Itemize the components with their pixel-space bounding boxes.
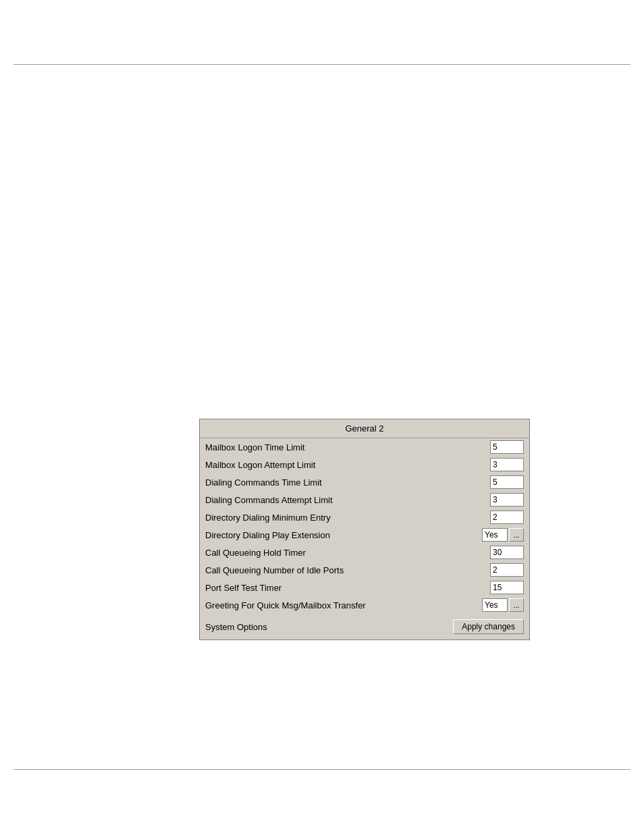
top-rule xyxy=(14,64,630,65)
input-directory-dialing-minimum-entry[interactable] xyxy=(490,511,524,524)
input-dialing-commands-time-limit[interactable] xyxy=(490,475,524,489)
label-dialing-commands-time-limit: Dialing Commands Time Limit xyxy=(205,477,490,488)
label-mailbox-logon-time-limit: Mailbox Logon Time Limit xyxy=(205,442,490,452)
input-call-queueing-hold-timer[interactable] xyxy=(490,546,524,559)
label-greeting-for-quick-msg: Greeting For Quick Msg/Mailbox Transfer xyxy=(205,600,482,610)
value-directory-dialing-play-extension: ... xyxy=(482,528,524,542)
row-call-queueing-number-of-idle-ports: Call Queueing Number of Idle Ports xyxy=(200,561,529,579)
row-call-queueing-hold-timer: Call Queueing Hold Timer xyxy=(200,544,529,561)
settings-panel: General 2 Mailbox Logon Time Limit Mailb… xyxy=(199,419,530,640)
row-directory-dialing-play-extension: Directory Dialing Play Extension ... xyxy=(200,526,529,544)
value-call-queueing-number-of-idle-ports xyxy=(490,563,524,577)
dots-button-greeting-for-quick-msg[interactable]: ... xyxy=(509,598,524,612)
row-directory-dialing-minimum-entry: Directory Dialing Minimum Entry xyxy=(200,509,529,526)
system-options-label: System Options xyxy=(205,622,453,632)
label-call-queueing-hold-timer: Call Queueing Hold Timer xyxy=(205,548,490,558)
input-greeting-for-quick-msg[interactable] xyxy=(482,598,508,612)
panel-header: General 2 xyxy=(200,419,529,438)
input-mailbox-logon-attempt-limit[interactable] xyxy=(490,458,524,471)
value-directory-dialing-minimum-entry xyxy=(490,511,524,524)
input-directory-dialing-play-extension[interactable] xyxy=(482,528,508,542)
row-mailbox-logon-attempt-limit: Mailbox Logon Attempt Limit xyxy=(200,456,529,473)
input-dialing-commands-attempt-limit[interactable] xyxy=(490,493,524,506)
value-dialing-commands-time-limit xyxy=(490,475,524,489)
row-port-self-test-timer: Port Self Test Timer xyxy=(200,579,529,596)
value-mailbox-logon-time-limit xyxy=(490,440,524,454)
system-options-row: System Options Apply changes xyxy=(200,614,529,640)
input-mailbox-logon-time-limit[interactable] xyxy=(490,440,524,454)
row-dialing-commands-attempt-limit: Dialing Commands Attempt Limit xyxy=(200,491,529,509)
input-port-self-test-timer[interactable] xyxy=(490,581,524,594)
value-greeting-for-quick-msg: ... xyxy=(482,598,524,612)
row-greeting-for-quick-msg: Greeting For Quick Msg/Mailbox Transfer … xyxy=(200,596,529,614)
label-directory-dialing-play-extension: Directory Dialing Play Extension xyxy=(205,530,482,540)
dots-button-directory-dialing-play-extension[interactable]: ... xyxy=(509,528,524,542)
input-call-queueing-number-of-idle-ports[interactable] xyxy=(490,563,524,577)
value-dialing-commands-attempt-limit xyxy=(490,493,524,506)
label-mailbox-logon-attempt-limit: Mailbox Logon Attempt Limit xyxy=(205,460,490,470)
value-port-self-test-timer xyxy=(490,581,524,594)
apply-changes-button[interactable]: Apply changes xyxy=(453,619,524,634)
row-dialing-commands-time-limit: Dialing Commands Time Limit xyxy=(200,473,529,491)
label-call-queueing-number-of-idle-ports: Call Queueing Number of Idle Ports xyxy=(205,565,490,575)
bottom-rule xyxy=(14,769,630,770)
label-dialing-commands-attempt-limit: Dialing Commands Attempt Limit xyxy=(205,495,490,505)
row-mailbox-logon-time-limit: Mailbox Logon Time Limit xyxy=(200,438,529,456)
label-port-self-test-timer: Port Self Test Timer xyxy=(205,583,490,593)
label-directory-dialing-minimum-entry: Directory Dialing Minimum Entry xyxy=(205,513,490,523)
value-call-queueing-hold-timer xyxy=(490,546,524,559)
value-mailbox-logon-attempt-limit xyxy=(490,458,524,471)
